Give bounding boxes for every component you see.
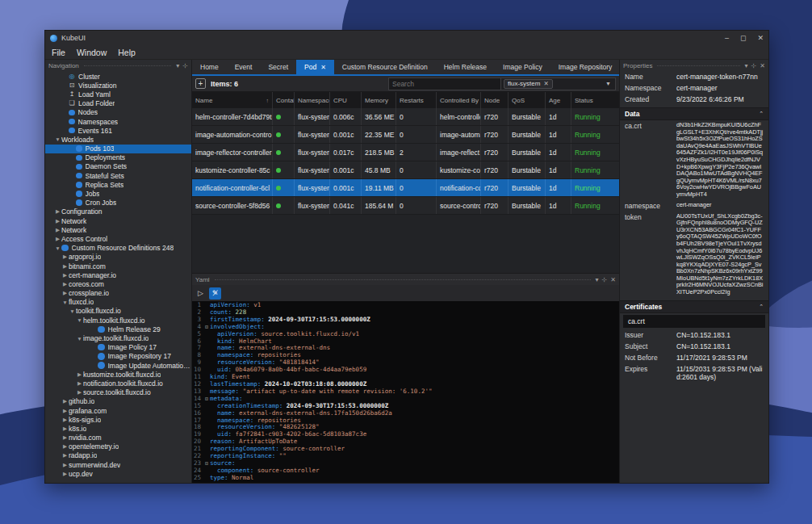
add-button[interactable]: + [195, 78, 206, 89]
tab-home[interactable]: Home [192, 60, 227, 74]
chevron-right-icon[interactable]: ▶ [61, 471, 69, 477]
sidebar-item-events-161[interactable]: Events 161 [45, 126, 191, 135]
column-header-restarts[interactable]: Restarts [396, 92, 437, 108]
menu-item-help[interactable]: Help [118, 48, 136, 57]
chevron-right-icon[interactable]: ▶ [54, 208, 61, 215]
column-header-qos[interactable]: QoS [509, 92, 546, 108]
sidebar-item-radapp-io[interactable]: ▶radapp.io [45, 451, 191, 460]
column-header-controlled-by[interactable]: Controlled By [437, 92, 481, 108]
chevron-right-icon[interactable]: ▶ [76, 371, 83, 378]
chevron-down-icon[interactable]: ▼ [69, 308, 76, 314]
sidebar-item-github-io[interactable]: ▶github.io [45, 397, 191, 406]
minimize-button[interactable]: – [725, 34, 729, 42]
panel-collapse-icon[interactable]: ▾ [596, 276, 599, 283]
chevron-right-icon[interactable]: ▶ [61, 281, 69, 287]
sidebar-item-nodes[interactable]: Nodes [45, 108, 191, 117]
column-header-status[interactable]: Status [571, 92, 619, 108]
column-header-cpu[interactable]: CPU [330, 92, 362, 108]
panel-collapse-icon[interactable]: ▾ [745, 62, 748, 69]
sidebar-item-argoproj-io[interactable]: ▶argoproj.io [45, 253, 191, 262]
sidebar-item-nvidia-com[interactable]: ▶nvidia.com [45, 434, 191, 442]
chevron-right-icon[interactable]: ▶ [61, 443, 69, 450]
namespace-filter-dropdown[interactable]: flux-system ✕ ▼ [501, 78, 616, 90]
chevron-down-icon[interactable]: ▼ [61, 300, 69, 305]
chevron-right-icon[interactable]: ▶ [61, 434, 69, 441]
chevron-right-icon[interactable]: ▶ [61, 398, 69, 405]
sidebar-item-access-control[interactable]: ▶Access Control [45, 234, 191, 243]
tab-pod[interactable]: Pod✕ [296, 60, 334, 74]
column-header-contains[interactable]: Contains [273, 92, 295, 108]
fold-marker-icon[interactable]: ⊟ [203, 460, 210, 467]
menu-item-window[interactable]: Window [77, 48, 107, 57]
chevron-right-icon[interactable]: ▶ [54, 218, 61, 224]
filter-chip-close-icon[interactable]: ✕ [543, 80, 548, 87]
fold-marker-icon[interactable]: ⊟ [203, 396, 210, 403]
panel-collapse-icon[interactable]: ▾ [176, 62, 179, 69]
sidebar-item-summerwind-dev[interactable]: ▶summerwind.dev [45, 460, 191, 469]
chevron-down-icon[interactable]: ▼ [76, 317, 83, 323]
fold-marker-icon[interactable]: ⊟ [203, 324, 210, 331]
sidebar-item-helm-toolkit-fluxcd-io[interactable]: ▼helm.toolkit.fluxcd.io [45, 316, 191, 325]
tab-secret[interactable]: Secret [260, 60, 296, 74]
sidebar-item-notification-toolkit-fluxcd-io[interactable]: ▶notification.toolkit.fluxcd.io [45, 379, 191, 388]
sidebar-item-image-update-automation-1[interactable]: Image Update Automation 1 [45, 361, 191, 370]
sidebar-item-custom-resource-definitions-248[interactable]: ▼Custom Resource Definitions 248 [45, 244, 191, 253]
data-section-header[interactable]: Data ⌃ [620, 107, 768, 120]
sidebar-item-coreos-com[interactable]: ▶coreos.com [45, 279, 191, 288]
panel-close-icon[interactable]: ✕ [610, 276, 616, 283]
sidebar-item-daemon-sets[interactable]: Daemon Sets [45, 162, 191, 171]
sidebar-item-workloads[interactable]: ▼Workloads [45, 135, 191, 144]
edit-disabled-icon[interactable]: ✎̸ [209, 287, 221, 300]
sidebar-item-cert-manager-io[interactable]: ▶cert-manager.io [45, 270, 191, 279]
sidebar-item-kustomize-toolkit-fluxcd-io[interactable]: ▶kustomize.toolkit.fluxcd.io [45, 370, 191, 379]
table-row[interactable]: kustomize-controller-85cflux-system0.001… [192, 161, 619, 179]
chevron-right-icon[interactable]: ▶ [61, 272, 69, 279]
chevron-right-icon[interactable]: ▶ [61, 408, 69, 414]
sidebar-item-opentelemetry-io[interactable]: ▶opentelemetry.io [45, 442, 191, 451]
chevron-right-icon[interactable]: ▶ [54, 227, 61, 233]
chevron-right-icon[interactable]: ▶ [61, 452, 69, 459]
sidebar-item-ucp-dev[interactable]: ▶ucp.dev [45, 469, 191, 478]
certificate-name[interactable]: ca.crt [623, 315, 765, 328]
column-header-age[interactable]: Age [546, 92, 571, 108]
chevron-right-icon[interactable]: ▶ [54, 236, 61, 242]
chevron-down-icon[interactable]: ▼ [76, 336, 83, 342]
chevron-down-icon[interactable]: ▼ [605, 81, 613, 86]
table-row[interactable]: image-automation-controflux-system0.001c… [192, 126, 619, 144]
chevron-right-icon[interactable]: ▶ [61, 462, 69, 468]
tab-custom-resource-definition[interactable]: Custom Resource Definition [334, 60, 436, 74]
chevron-right-icon[interactable]: ▶ [61, 417, 69, 423]
sidebar-item-network[interactable]: ▶Network [45, 216, 191, 225]
sidebar-item-crossplane-io[interactable]: ▶crossplane.io [45, 289, 191, 298]
sidebar-item-cluster[interactable]: ◎Cluster [45, 72, 191, 81]
panel-pin-icon[interactable]: ⊹ [602, 276, 608, 283]
chevron-right-icon[interactable]: ▶ [61, 254, 69, 260]
chevron-down-icon[interactable]: ▼ [54, 136, 61, 142]
sidebar-item-network[interactable]: ▶Network [45, 225, 191, 234]
sidebar-item-load-folder[interactable]: ❏Load Folder [45, 99, 191, 108]
sidebar-item-stateful-sets[interactable]: Stateful Sets [45, 171, 191, 180]
certificates-section-header[interactable]: Certificates ⌃ [620, 300, 768, 313]
sidebar-item-cron-jobs[interactable]: Cron Jobs [45, 199, 191, 208]
yaml-editor[interactable]: 1apiVersion: v12count: 2283firstTimestam… [192, 301, 619, 483]
run-icon[interactable]: ▷ [195, 287, 207, 300]
filter-chip[interactable]: flux-system ✕ [504, 79, 553, 89]
sidebar-item-configuration[interactable]: ▶Configuration [45, 208, 191, 216]
panel-pin-icon[interactable]: ⊹ [182, 62, 188, 69]
sidebar-item-helm-release-29[interactable]: Helm Release 29 [45, 325, 191, 333]
column-header-node[interactable]: Node [481, 92, 509, 108]
maximize-button[interactable]: ◻ [740, 34, 746, 42]
tab-image-policy[interactable]: Image Policy [495, 60, 550, 74]
sidebar-item-replica-sets[interactable]: Replica Sets [45, 180, 191, 189]
chevron-right-icon[interactable]: ▶ [76, 389, 83, 396]
sidebar-item-image-toolkit-fluxcd-io[interactable]: ▼image.toolkit.fluxcd.io [45, 333, 191, 342]
sidebar-item-jobs[interactable]: Jobs [45, 189, 191, 198]
tab-event[interactable]: Event [227, 60, 261, 74]
chevron-right-icon[interactable]: ▶ [61, 263, 69, 270]
sidebar-item-fluxcd-io[interactable]: ▼fluxcd.io [45, 298, 191, 307]
sidebar-item-image-repository-17[interactable]: Image Repository 17 [45, 352, 191, 361]
sidebar-item-namespaces[interactable]: Namespaces [45, 117, 191, 126]
table-row[interactable]: helm-controller-7d4bd79tflux-system0.006… [192, 108, 619, 126]
column-header-memory[interactable]: Memory [362, 92, 396, 108]
sidebar-item-k8s-io[interactable]: ▶k8s.io [45, 424, 191, 433]
